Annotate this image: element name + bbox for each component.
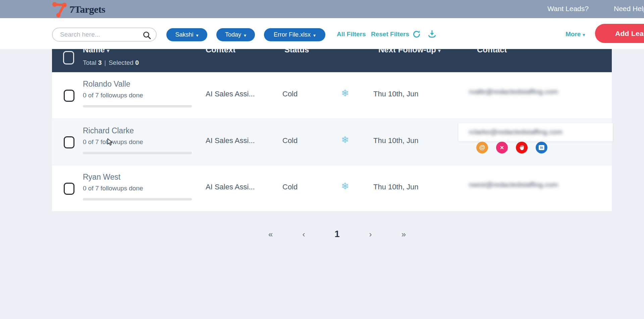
reset-filters-link[interactable]: Reset Filters <box>371 31 409 38</box>
contact-actions: @ ✕ in <box>476 142 547 153</box>
row-checkbox[interactable] <box>64 90 74 102</box>
assistant-filter-label: Sakshi <box>175 31 193 38</box>
date-filter-dropdown[interactable]: Today ▾ <box>216 28 255 41</box>
filter-toolbar: Sakshi ▾ Today ▾ Error File.xlsx ▾ All F… <box>0 18 644 49</box>
snowflake-icon: ❄ <box>341 181 349 192</box>
column-header-context: Context <box>206 49 235 54</box>
status-cell: Cold <box>282 183 298 191</box>
lead-name[interactable]: Rolando Valle <box>83 80 130 89</box>
row-checkbox[interactable] <box>64 183 74 195</box>
more-dropdown[interactable]: More ▾ <box>566 31 585 38</box>
brand-logo-icon <box>52 1 67 17</box>
pagination-current-page[interactable]: 1 <box>334 229 339 239</box>
file-filter-dropdown[interactable]: Error File.xlsx ▾ <box>264 28 325 41</box>
pagination-last[interactable]: » <box>401 230 406 239</box>
next-followup-cell: Thu 10th, Jun <box>373 90 419 98</box>
followups-progress-label: 0 of 7 followups done <box>83 92 143 99</box>
context-cell: AI Sales Assi... <box>206 90 255 98</box>
search-icon[interactable] <box>143 31 151 41</box>
redacted-email: rwest@redactedstaffing.com <box>469 181 558 189</box>
download-icon[interactable] <box>427 30 437 40</box>
column-header-name[interactable]: Name▾ <box>83 49 109 54</box>
file-filter-label: Error File.xlsx <box>274 31 311 38</box>
column-header-contact: Contact <box>477 49 507 54</box>
date-filter-label: Today <box>225 31 241 38</box>
add-lead-button[interactable]: Add Lead <box>595 24 644 43</box>
nav-need-help[interactable]: Need Help <box>614 5 644 13</box>
sort-caret-icon: ▾ <box>438 49 441 53</box>
select-all-checkbox[interactable] <box>63 51 74 64</box>
selected-count: 0 <box>135 59 139 66</box>
table-summary: Total 3|Selected 0 <box>83 59 139 66</box>
status-cell: Cold <box>282 136 298 145</box>
linkedin-icon[interactable]: in <box>536 142 547 153</box>
stop-hand-icon[interactable] <box>516 142 528 153</box>
table-row[interactable]: Richard Clarke 0 of 7 followups done AI … <box>52 119 612 165</box>
redacted-email: rclarke@redactedstaffing.com <box>469 128 562 136</box>
nav-want-leads[interactable]: Want Leads? <box>547 5 589 13</box>
brand-logo[interactable]: 7Targets <box>52 1 105 18</box>
context-cell: AI Sales Assi... <box>206 183 255 191</box>
pagination-prev[interactable]: ‹ <box>302 230 305 239</box>
chevron-down-icon: ▾ <box>583 32 585 37</box>
brand-name: 7Targets <box>69 4 105 15</box>
contact-email-card: rclarke@redactedstaffing.com <box>459 123 613 141</box>
all-filters-link[interactable]: All Filters <box>337 31 366 38</box>
followups-progress-label: 0 of 7 followups done <box>83 185 143 192</box>
more-label: More <box>566 31 581 38</box>
refresh-icon[interactable] <box>412 30 421 40</box>
table-row[interactable]: Rolando Valle 0 of 7 followups done AI S… <box>52 72 612 119</box>
sort-caret-icon: ▾ <box>107 49 109 53</box>
chevron-down-icon: ▾ <box>244 33 246 38</box>
total-count: 3 <box>98 59 102 66</box>
status-cell: Cold <box>282 90 298 98</box>
pagination-first[interactable]: « <box>268 230 273 239</box>
followups-progress-bar <box>83 105 192 107</box>
remove-action-icon[interactable]: ✕ <box>496 142 508 153</box>
chevron-down-icon: ▾ <box>313 33 316 38</box>
search-input[interactable] <box>53 31 137 38</box>
row-checkbox[interactable] <box>64 136 74 148</box>
snowflake-icon: ❄ <box>341 134 349 145</box>
redacted-email: rvalle@redactedstaffing.com <box>469 88 558 96</box>
followups-progress-label: 0 of 7 followups done <box>83 138 143 146</box>
lead-name[interactable]: Ryan West <box>83 173 120 182</box>
column-header-status: Status <box>284 49 309 54</box>
leads-table: Name▾ Context Status Next Follow-up▾ Con… <box>52 49 612 211</box>
assistant-filter-dropdown[interactable]: Sakshi ▾ <box>166 28 207 41</box>
table-row[interactable]: Ryan West 0 of 7 followups done AI Sales… <box>52 165 612 211</box>
table-header: Name▾ Context Status Next Follow-up▾ Con… <box>52 49 612 72</box>
search-box[interactable] <box>52 28 157 42</box>
followups-progress-bar <box>83 198 192 200</box>
pagination-next[interactable]: › <box>369 230 372 239</box>
lead-name[interactable]: Richard Clarke <box>83 126 134 135</box>
top-navbar: 7Targets Want Leads? Need Help <box>0 0 644 18</box>
pagination: « ‹ 1 › » <box>268 229 406 239</box>
next-followup-cell: Thu 10th, Jun <box>373 183 419 191</box>
context-cell: AI Sales Assi... <box>206 136 255 145</box>
email-action-icon[interactable]: @ <box>476 142 488 153</box>
snowflake-icon: ❄ <box>341 88 349 99</box>
next-followup-cell: Thu 10th, Jun <box>373 136 419 145</box>
followups-progress-bar <box>83 152 192 154</box>
chevron-down-icon: ▾ <box>196 33 199 38</box>
column-header-next-followup[interactable]: Next Follow-up▾ <box>378 49 441 54</box>
